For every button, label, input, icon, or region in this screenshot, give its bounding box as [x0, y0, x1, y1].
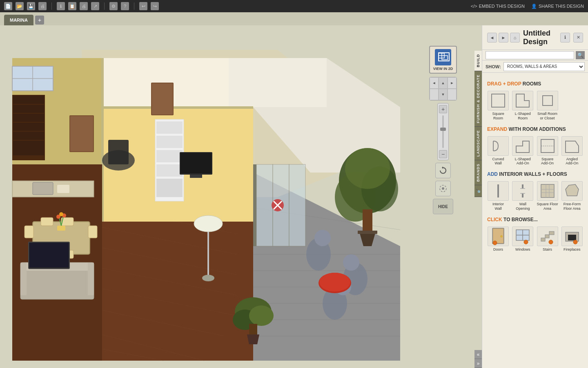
- drag-drop-plain: ROOMS: [523, 81, 541, 87]
- collapse-buttons: « »: [474, 350, 482, 368]
- svg-rect-108: [437, 52, 449, 63]
- collapse-left-button[interactable]: «: [474, 350, 482, 359]
- svg-rect-149: [568, 235, 576, 240]
- search-button[interactable]: 🔍: [576, 51, 585, 59]
- nav-left-button[interactable]: ◄: [430, 77, 439, 89]
- room-3d-view: [0, 25, 441, 368]
- doors-item[interactable]: Doors: [487, 227, 509, 252]
- tab-furnish[interactable]: FURNISH & DECORATE: [474, 71, 482, 127]
- rotate-button[interactable]: [435, 163, 451, 178]
- interior-wall-item[interactable]: InteriorWall: [487, 181, 509, 211]
- tab-build[interactable]: BUILD: [474, 51, 482, 71]
- tab-brands[interactable]: BRANDS: [474, 160, 482, 186]
- svg-rect-49: [156, 179, 183, 197]
- share-button[interactable]: 👤 SHARE THIS DESIGN: [531, 4, 584, 9]
- print-icon[interactable]: 🖨: [38, 2, 47, 10]
- square-floor-icon: [537, 181, 558, 201]
- undo-icon[interactable]: ↩: [139, 2, 147, 10]
- svg-marker-100: [247, 334, 259, 344]
- wall-opening-label: WallOpening: [516, 202, 530, 211]
- expand-plain: WITH ROOM ADDITIONS: [508, 126, 566, 132]
- code-icon: </>: [471, 4, 477, 9]
- small-room-item[interactable]: Small Roomor Closet: [537, 91, 559, 121]
- panel-home-button[interactable]: ⌂: [510, 33, 520, 43]
- tab-search[interactable]: 🔍: [474, 185, 482, 197]
- windows-item[interactable]: Windows: [512, 227, 534, 252]
- help-icon[interactable]: ?: [121, 2, 129, 10]
- zoom-in-button[interactable]: +: [439, 105, 447, 113]
- wall-opening-item[interactable]: WallOpening: [512, 181, 534, 211]
- svg-rect-74: [253, 164, 256, 246]
- svg-point-114: [442, 187, 444, 190]
- stairs-item[interactable]: Stairs: [537, 227, 559, 252]
- zoom-out-button[interactable]: −: [439, 150, 447, 158]
- nav-down-button[interactable]: ▼: [439, 89, 448, 100]
- svg-point-89: [314, 230, 331, 246]
- stairs-icon: [537, 227, 558, 246]
- svg-rect-56: [41, 218, 53, 226]
- embed-button[interactable]: </> EMBED THIS DESIGN: [471, 4, 525, 9]
- doors-icon: [488, 227, 509, 246]
- square-floor-item[interactable]: Square FloorArea: [537, 181, 559, 211]
- nav-up-button[interactable]: ▲: [439, 77, 448, 89]
- interior-wall-label: InteriorWall: [492, 202, 504, 211]
- section-expand-title: EXPAND WITH ROOM ADDITIONS: [487, 126, 583, 132]
- tab-marina[interactable]: MARINA: [4, 15, 33, 25]
- canvas[interactable]: VIEW IN 2D ◄ ▲ ► ▼ + −: [0, 25, 482, 368]
- save-icon[interactable]: 💾: [27, 2, 35, 10]
- pages-icon[interactable]: 📋: [68, 2, 76, 10]
- fireplaces-item[interactable]: Fireplaces: [561, 227, 583, 252]
- angled-addon-item[interactable]: AngledAdd-On: [561, 136, 583, 166]
- l-shaped-addon-label: L-ShapedAdd-On: [515, 157, 531, 166]
- freeform-floor-item[interactable]: Free-FormFloor Area: [561, 181, 583, 211]
- view-2d-button[interactable]: VIEW IN 2D: [429, 46, 457, 74]
- redo-icon[interactable]: ↪: [151, 2, 159, 10]
- panel-back-button[interactable]: ◄: [487, 33, 497, 43]
- svg-point-95: [319, 273, 350, 292]
- settings-button[interactable]: [435, 181, 451, 196]
- svg-marker-26: [229, 58, 327, 107]
- add-tab-button[interactable]: +: [35, 16, 44, 25]
- windows-icon: [512, 227, 533, 246]
- svg-rect-37: [13, 114, 44, 122]
- tab-landscape[interactable]: LANDSCAPE: [474, 127, 482, 160]
- zoom-slider[interactable]: + −: [437, 103, 449, 160]
- info-icon[interactable]: ℹ: [57, 2, 65, 10]
- svg-rect-45: [156, 121, 183, 134]
- square-addon-icon: [537, 136, 558, 156]
- wall-opening-icon: [512, 181, 533, 201]
- curved-wall-item[interactable]: CurvedWall: [487, 136, 509, 166]
- svg-rect-61: [88, 226, 97, 238]
- l-shaped-addon-item[interactable]: L-ShapedAdd-On: [512, 136, 534, 166]
- panel-close-button[interactable]: ✕: [573, 33, 583, 43]
- toolbar-separator-2: [104, 2, 105, 10]
- small-room-icon: [537, 91, 558, 110]
- svg-rect-40: [13, 141, 44, 155]
- panel-forward-button[interactable]: ►: [499, 33, 508, 43]
- panel-info-button[interactable]: ℹ: [560, 33, 570, 43]
- show-select[interactable]: ROOMS, WALLS & AREAS FLOORS FURNITURE AL…: [503, 62, 585, 71]
- toolbar: 📄 📂 💾 🖨 ℹ 📋 🖨 ↗ ⚙ ? ↩ ↪ </> EMBED THIS D…: [0, 0, 588, 12]
- show-bar: SHOW: ROOMS, WALLS & AREAS FLOORS FURNIT…: [482, 61, 588, 73]
- square-addon-item[interactable]: SquareAdd-On: [537, 136, 559, 166]
- svg-rect-71: [88, 263, 94, 295]
- search-input[interactable]: [486, 51, 574, 59]
- embed-share-area: </> EMBED THIS DESIGN 👤 SHARE THIS DESIG…: [471, 4, 584, 9]
- collapse-right-button[interactable]: »: [474, 359, 482, 368]
- svg-rect-47: [156, 150, 183, 162]
- svg-rect-118: [543, 96, 552, 105]
- hide-button[interactable]: HIDE: [433, 199, 453, 214]
- settings-icon[interactable]: ⚙: [109, 2, 118, 10]
- interior-grid: InteriorWall WallOpening: [487, 181, 583, 211]
- print2-icon[interactable]: 🖨: [80, 2, 88, 10]
- section-interior-title: ADD INTERIOR WALLS + FLOORS: [487, 171, 583, 177]
- svg-rect-116: [492, 94, 505, 107]
- nav-right-button[interactable]: ►: [448, 77, 457, 89]
- svg-rect-38: [13, 123, 44, 131]
- export-icon[interactable]: ↗: [91, 2, 99, 10]
- l-shaped-room-item[interactable]: L-ShapedRoom: [512, 91, 534, 121]
- open-icon[interactable]: 📂: [16, 2, 24, 10]
- freeform-floor-label: Free-FormFloor Area: [564, 202, 581, 211]
- square-room-item[interactable]: SquareRoom: [487, 91, 509, 121]
- new-icon[interactable]: 📄: [4, 2, 12, 10]
